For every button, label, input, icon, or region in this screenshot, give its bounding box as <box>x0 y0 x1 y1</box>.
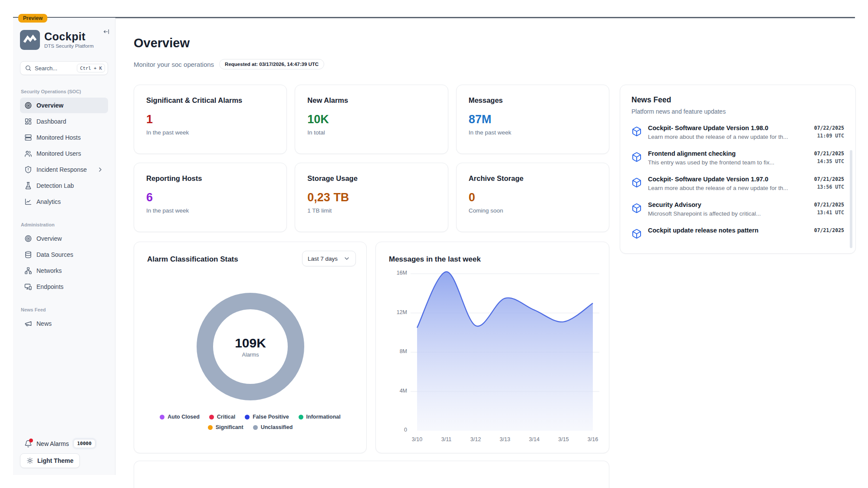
news-item-desc: Microsoft Sharepoint is affected by crit… <box>648 210 808 217</box>
messages-chart-title: Messages in the last week <box>389 255 481 264</box>
stat-title: Reporting Hosts <box>146 174 274 183</box>
stat-card-new-alarms[interactable]: New Alarms 10K In total <box>295 85 448 154</box>
sidebar-item-data-sources[interactable]: Data Sources <box>20 247 108 262</box>
search-input[interactable] <box>35 65 74 72</box>
donut-chart: 109K Alarms <box>196 292 305 401</box>
stat-title: Significant & Critical Alarms <box>146 96 274 105</box>
sidebar-item-endpoints[interactable]: Endpoints <box>20 279 108 295</box>
news-scrollbar[interactable] <box>850 150 852 248</box>
news-feed-panel: News Feed Platform news and feature upda… <box>620 85 856 254</box>
partial-bottom-card <box>134 461 609 488</box>
news-list: Cockpit- Software Update Version 1.98.0 … <box>631 124 844 239</box>
news-item-date: 07/21/2025 <box>814 176 844 183</box>
legend-dot <box>208 425 213 430</box>
chevron-right-icon <box>97 166 104 173</box>
legend-dot <box>209 415 214 419</box>
dashboard-icon <box>24 118 32 125</box>
sidebar-item-incident-response[interactable]: Incident Response <box>20 162 108 177</box>
stat-value: 1 <box>146 114 274 125</box>
main-content: Overview Monitor your soc operations Req… <box>115 18 856 488</box>
stat-value: 10K <box>307 114 435 125</box>
requested-at-badge: Requested at: 03/17/2026, 14:47:39 UTC <box>219 59 324 69</box>
stat-caption: Coming soon <box>469 207 597 214</box>
news-item[interactable]: Cockpit- Software Update Version 1.97.0 … <box>631 176 844 191</box>
legend-item: False Positive <box>245 414 289 420</box>
stat-card-archive-storage[interactable]: Archive Storage 0 Coming soon <box>456 163 609 232</box>
news-item[interactable]: Security Advisory Microsoft Sharepoint i… <box>631 201 844 217</box>
news-item-date: 07/21/2025 <box>814 201 844 209</box>
legend-label: Significant <box>216 424 243 430</box>
chevron-down-icon <box>343 255 350 262</box>
donut-legend: Auto ClosedCriticalFalse PositiveInforma… <box>142 414 358 430</box>
users-icon <box>24 150 32 157</box>
x-axis-label: 3/15 <box>551 436 577 442</box>
alert-dot <box>29 439 33 442</box>
page-subtitle: Monitor your soc operations <box>134 61 214 68</box>
database-icon <box>24 251 32 259</box>
new-alarms-count-badge: 10000 <box>73 439 95 448</box>
sidebar-item-label: Detection Lab <box>36 182 74 189</box>
messages-chart-panel: Messages in the last week 16M12M8M4M0 3/… <box>375 242 609 453</box>
sidebar-item-news[interactable]: News <box>20 316 108 331</box>
legend-item: Auto Closed <box>160 414 200 420</box>
logo-glyph <box>23 33 37 47</box>
app-subtitle: DTS Security Platform <box>44 43 94 49</box>
stat-card-messages[interactable]: Messages 87M In the past week <box>456 85 609 154</box>
news-item-time: 13:56 UTC <box>814 183 844 191</box>
sidebar-item-monitored-users[interactable]: Monitored Users <box>20 146 108 161</box>
stat-card-storage-usage[interactable]: Storage Usage 0,23 TB 1 TB limit <box>295 163 448 232</box>
legend-item: Critical <box>209 414 235 420</box>
section-label-administration: Administration <box>21 222 107 227</box>
package-icon <box>631 152 642 162</box>
stat-value: 87M <box>469 114 597 125</box>
package-icon <box>631 203 642 213</box>
stats-grid: Significant & Critical Alarms 1 In the p… <box>134 85 609 232</box>
search-icon <box>25 65 32 72</box>
package-icon <box>631 126 642 137</box>
sidebar-item-admin-overview[interactable]: Overview <box>20 231 108 246</box>
megaphone-icon <box>24 320 32 328</box>
flask-icon <box>24 182 32 190</box>
donut-total: 109K <box>235 336 266 350</box>
news-item-title: Frontend alignment checking <box>648 150 808 157</box>
theme-toggle-button[interactable]: Light Theme <box>20 453 80 468</box>
news-item-title: Cockpit- Software Update Version 1.98.0 <box>648 124 808 131</box>
stat-caption: In the past week <box>469 129 597 136</box>
sidebar-footer: New Alarms 10000 Light Theme <box>20 436 108 468</box>
news-feed-subtitle: Platform news and feature updates <box>631 108 844 115</box>
x-axis-label: 3/12 <box>463 436 489 442</box>
legend-dot <box>160 415 164 419</box>
news-item[interactable]: Cockpit- Software Update Version 1.98.0 … <box>631 124 844 140</box>
y-axis-label: 16M <box>385 270 407 276</box>
sidebar-item-analytics[interactable]: Analytics <box>20 194 108 210</box>
news-item[interactable]: Cockpit update release notes pattern 07/… <box>631 227 844 239</box>
news-item[interactable]: Frontend alignment checking This entry w… <box>631 150 844 166</box>
y-axis-label: 12M <box>385 309 407 315</box>
sidebar-item-detection-lab[interactable]: Detection Lab <box>20 178 108 193</box>
range-select[interactable]: Last 7 days <box>302 251 356 266</box>
search-box[interactable]: Ctrl + K <box>20 61 108 75</box>
legend-item: Significant <box>208 424 243 430</box>
sidebar-item-label: Data Sources <box>36 251 73 258</box>
news-feed-title: News Feed <box>631 95 844 105</box>
app-logo <box>20 30 40 50</box>
legend-item: Unclassified <box>253 424 293 430</box>
sidebar-item-label: Monitored Hosts <box>36 134 81 141</box>
sidebar-item-overview[interactable]: Overview <box>20 98 108 113</box>
theme-label: Light Theme <box>37 457 73 464</box>
package-icon <box>631 229 642 239</box>
stat-card-significant-critical-alarms[interactable]: Significant & Critical Alarms 1 In the p… <box>134 85 287 154</box>
new-alarms-item[interactable]: New Alarms 10000 <box>20 436 108 453</box>
sidebar-item-networks[interactable]: Networks <box>20 263 108 278</box>
sidebar-item-dashboard[interactable]: Dashboard <box>20 114 108 129</box>
legend-label: Informational <box>306 414 341 420</box>
devices-icon <box>24 283 32 291</box>
legend-label: Unclassified <box>261 424 293 430</box>
chart-line-icon <box>24 198 32 206</box>
area-chart <box>411 266 599 431</box>
sidebar-item-monitored-hosts[interactable]: Monitored Hosts <box>20 130 108 145</box>
legend-label: Auto Closed <box>168 414 200 420</box>
sidebar-item-label: Incident Response <box>36 166 87 173</box>
stat-card-reporting-hosts[interactable]: Reporting Hosts 6 In the past week <box>134 163 287 232</box>
sidebar-collapse-button[interactable] <box>103 28 110 37</box>
